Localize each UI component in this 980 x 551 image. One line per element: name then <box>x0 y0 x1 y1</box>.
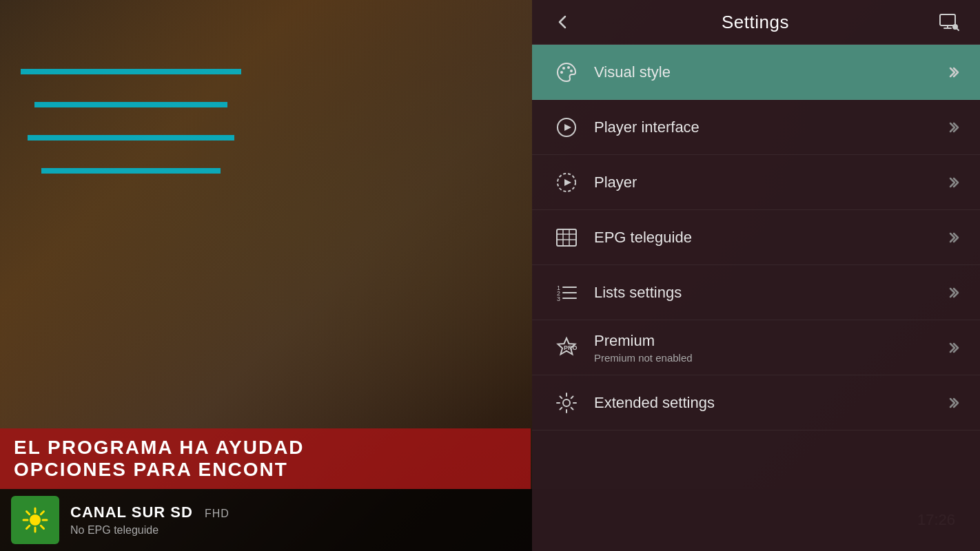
player-chevron <box>946 176 959 189</box>
svg-rect-9 <box>940 14 955 25</box>
svg-text:3: 3 <box>557 295 560 302</box>
svg-line-5 <box>27 512 30 514</box>
player-interface-label: Player interface <box>594 118 939 136</box>
epg-label: EPG teleguide <box>594 229 939 247</box>
teal-bar-1 <box>21 69 241 74</box>
settings-list: Visual style Player interface <box>532 45 980 551</box>
lists-icon: 1 2 3 <box>553 279 580 306</box>
settings-item-player[interactable]: Player <box>532 155 980 210</box>
settings-item-lists[interactable]: 1 2 3 Lists settings <box>532 265 980 320</box>
svg-line-7 <box>41 512 43 514</box>
decorative-bars <box>0 69 276 201</box>
player-content: Player <box>594 174 939 191</box>
subtitle-bar: EL PROGRAMA HA AYUDAD OPCIONES PARA ENCO… <box>0 428 531 489</box>
player-interface-content: Player interface <box>594 118 939 136</box>
channel-icon <box>11 496 59 544</box>
lists-chevron <box>946 286 959 300</box>
player-interface-icon <box>553 114 580 141</box>
svg-point-0 <box>30 514 41 526</box>
svg-line-8 <box>27 526 30 528</box>
player-label: Player <box>594 174 939 191</box>
settings-item-visual-style[interactable]: Visual style <box>532 45 980 100</box>
lists-content: Lists settings <box>594 284 939 302</box>
svg-point-14 <box>560 71 563 74</box>
svg-point-15 <box>562 67 565 70</box>
svg-line-13 <box>957 29 959 30</box>
extended-settings-icon <box>553 389 580 417</box>
premium-label: Premium <box>594 332 939 350</box>
premium-subtitle: Premium not enabled <box>594 352 939 364</box>
extended-settings-chevron <box>946 396 959 410</box>
svg-point-17 <box>570 70 573 72</box>
channel-quality: FHD <box>205 508 229 519</box>
search-button[interactable] <box>939 12 959 32</box>
back-button[interactable] <box>553 12 572 32</box>
visual-style-label: Visual style <box>594 63 939 81</box>
settings-title: Settings <box>722 12 789 33</box>
visual-style-content: Visual style <box>594 63 939 81</box>
extended-settings-label: Extended settings <box>594 394 939 412</box>
teal-bar-3 <box>28 135 234 141</box>
settings-panel: Settings <box>532 0 980 551</box>
player-interface-chevron <box>946 121 959 134</box>
teal-bar-2 <box>34 102 227 107</box>
lists-label: Lists settings <box>594 284 939 302</box>
svg-marker-19 <box>564 124 571 131</box>
player-icon <box>553 169 580 196</box>
extended-settings-content: Extended settings <box>594 394 939 412</box>
svg-text:PRO: PRO <box>564 344 578 351</box>
settings-item-premium[interactable]: PRO Premium Premium not enabled <box>532 320 980 375</box>
settings-item-extended[interactable]: Extended settings <box>532 375 980 430</box>
teal-bar-4 <box>41 168 221 174</box>
visual-style-chevron <box>946 65 959 79</box>
subtitle-text: EL PROGRAMA HA AYUDAD <box>14 437 517 459</box>
svg-line-6 <box>41 526 43 528</box>
subtitle-text-2: OPCIONES PARA ENCONT <box>14 459 517 481</box>
settings-item-epg[interactable]: EPG teleguide <box>532 210 980 265</box>
svg-point-16 <box>567 66 570 69</box>
svg-point-35 <box>563 399 570 406</box>
visual-style-icon <box>553 59 580 86</box>
premium-chevron <box>946 341 959 355</box>
settings-header: Settings <box>532 0 980 45</box>
svg-marker-21 <box>564 179 571 186</box>
epg-chevron <box>946 231 959 245</box>
epg-icon <box>553 224 580 251</box>
settings-item-player-interface[interactable]: Player interface <box>532 100 980 155</box>
premium-icon: PRO <box>553 334 580 362</box>
epg-content: EPG teleguide <box>594 229 939 247</box>
svg-rect-22 <box>557 229 576 246</box>
premium-content: Premium Premium not enabled <box>594 332 939 364</box>
